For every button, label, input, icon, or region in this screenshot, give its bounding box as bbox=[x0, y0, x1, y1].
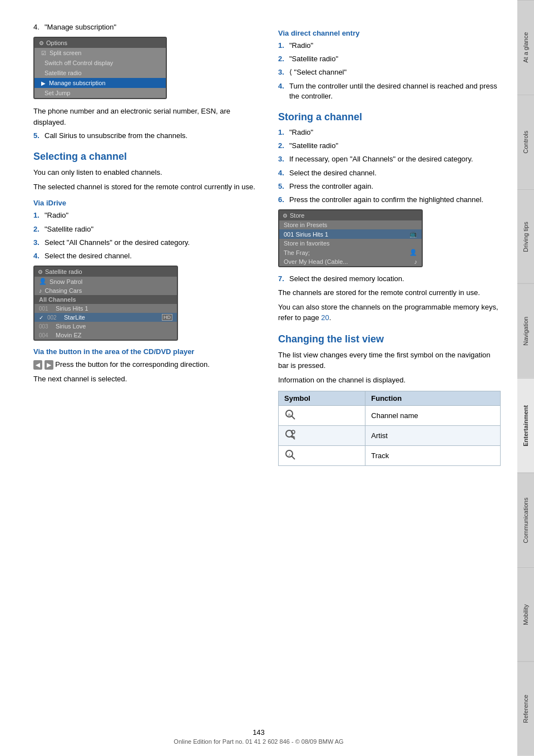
manage-arrow-icon: ▶ bbox=[41, 80, 46, 86]
idrive-step-2-text: "Satellite radio" bbox=[44, 224, 93, 234]
symbol-track: ♪ bbox=[279, 446, 365, 466]
function-artist: Artist bbox=[365, 426, 501, 446]
store-sirius-hits: 001 Sirius Hits 1 📺 bbox=[279, 229, 422, 239]
all-channels-separator: All Channels bbox=[34, 295, 177, 304]
options-titlebar: ⚙ Options bbox=[34, 38, 166, 48]
sat-item-002: ✓ 002 StarLite HD bbox=[34, 313, 177, 322]
sat-titlebar: ⚙ Satellite radio bbox=[34, 267, 177, 277]
sat-title: Satellite radio bbox=[45, 268, 82, 275]
storing-step-6-text: Press the controller again to confirm th… bbox=[289, 195, 483, 205]
tab-reference[interactable]: Reference bbox=[517, 661, 534, 756]
idrive-step-4-num: 4. bbox=[33, 251, 44, 261]
store-person-icon: 👤 bbox=[409, 249, 417, 256]
sat-chasing-cars: ♪ Chasing Cars bbox=[34, 286, 177, 295]
sat-003-num: 003 bbox=[39, 323, 53, 330]
direct-step-2-text: "Satellite radio" bbox=[289, 54, 338, 64]
via-direct-heading: Via direct channel entry bbox=[278, 29, 501, 37]
symbol-artist bbox=[279, 426, 365, 446]
changing-list-heading: Changing the list view bbox=[278, 333, 501, 345]
sat-002-num: 002 bbox=[47, 315, 61, 321]
storing-step-1-num: 1. bbox=[278, 127, 289, 138]
tab-driving-tips[interactable]: Driving tips bbox=[517, 189, 534, 284]
storing-step-3-text: If necessary, open "All Channels" or the… bbox=[289, 154, 473, 164]
sat-001-label: Sirius Hits 1 bbox=[56, 305, 88, 312]
table-row: Artist bbox=[279, 426, 501, 446]
svg-text:♪: ♪ bbox=[288, 452, 290, 457]
table-row: ♪ Track bbox=[279, 446, 501, 466]
table-header-row: Symbol Function bbox=[279, 391, 501, 406]
storing-step-4-text: Select the desired channel. bbox=[289, 168, 377, 178]
direct-step-3: 3. ⟨ "Select channel" bbox=[278, 67, 501, 77]
store-over-my-head-label: Over My Head (Cable... bbox=[284, 258, 348, 265]
direct-step-4-text: Turn the controller until the desired ch… bbox=[289, 81, 501, 101]
sat-snow-patrol: 👤 Snow Patrol bbox=[34, 277, 177, 286]
music-note-icon: ♪ bbox=[39, 287, 42, 294]
tab-at-a-glance[interactable]: At a glance bbox=[517, 0, 534, 95]
prev-button-icon: ◀ bbox=[33, 360, 42, 370]
left-column: 4. "Manage subscription" ⚙ Options ☑ Spl… bbox=[33, 22, 261, 739]
options-item-manage-label: Manage subscription bbox=[49, 80, 106, 86]
footer-text: Online Edition for Part no. 01 41 2 602 … bbox=[0, 738, 517, 745]
sat-004-num: 004 bbox=[39, 332, 53, 338]
storing-step-2-num: 2. bbox=[278, 141, 289, 151]
store-presets-label: Store in Presets bbox=[284, 222, 327, 228]
storing-step-4-num: 4. bbox=[278, 168, 289, 178]
storing-step-3-num: 3. bbox=[278, 154, 289, 164]
direct-step-1-num: 1. bbox=[278, 41, 289, 51]
via-idrive-heading: Via iDrive bbox=[33, 199, 261, 207]
direct-step-1-text: "Radio" bbox=[289, 41, 313, 51]
options-item-satellite: Satellite radio bbox=[34, 68, 166, 78]
store-sirius-hits-label: 001 Sirius Hits 1 bbox=[284, 231, 328, 238]
idrive-step-2-num: 2. bbox=[33, 224, 44, 234]
storing-channel-heading: Storing a channel bbox=[278, 111, 501, 123]
store-the-fray-label: The Fray; bbox=[284, 249, 310, 256]
storing-step-5-text: Press the controller again. bbox=[289, 181, 373, 192]
next-button-icon: ▶ bbox=[44, 360, 53, 370]
idrive-step-3-num: 3. bbox=[33, 238, 44, 248]
storing-step-1: 1. "Radio" bbox=[278, 127, 501, 138]
changing-desc2: Information on the channel is displayed. bbox=[278, 375, 501, 386]
idrive-step-4: 4. Select the desired channel. bbox=[33, 251, 261, 261]
table-row: a Channel name bbox=[279, 406, 501, 426]
options-screen: ⚙ Options ☑ Split screen Switch off Cont… bbox=[33, 37, 167, 99]
storing-step-5: 5. Press the controller again. bbox=[278, 181, 501, 192]
storing-step-6: 6. Press the controller again to confirm… bbox=[278, 195, 501, 205]
store-the-fray: The Fray; 👤 bbox=[279, 248, 422, 257]
idrive-step-1-num: 1. bbox=[33, 210, 44, 220]
step-4-number: 4. bbox=[33, 22, 44, 32]
sat-002-label: StarLite bbox=[64, 314, 85, 321]
direct-step-2-num: 2. bbox=[278, 54, 289, 64]
right-column: Via direct channel entry 1. "Radio" 2. "… bbox=[278, 22, 501, 739]
direct-step-2: 2. "Satellite radio" bbox=[278, 54, 501, 64]
tab-communications[interactable]: Communications bbox=[517, 473, 534, 567]
sat-item-003: 003 Sirius Love bbox=[34, 322, 177, 331]
changing-desc1: The list view changes every time the fir… bbox=[278, 350, 501, 371]
sat-item-001: 001 Sirius Hits 1 bbox=[34, 304, 177, 313]
selecting-desc2: The selected channel is stored for the r… bbox=[33, 181, 261, 193]
direct-step-4: 4. Turn the controller until the desired… bbox=[278, 81, 501, 101]
tab-navigation[interactable]: Navigation bbox=[517, 283, 534, 378]
stored-desc2-text: You can also store the channels on the p… bbox=[278, 303, 498, 322]
sat-004-label: Movin EZ bbox=[56, 332, 81, 338]
options-item-switch-off: Switch off Control display bbox=[34, 58, 166, 68]
svg-line-1 bbox=[291, 416, 295, 419]
svg-line-7 bbox=[291, 456, 295, 459]
page-20-link[interactable]: 20 bbox=[321, 313, 329, 322]
stored-desc2-end: . bbox=[329, 313, 332, 322]
tab-controls[interactable]: Controls bbox=[517, 95, 534, 189]
symbol-channel-name: a bbox=[279, 406, 365, 426]
selecting-desc1: You can only listen to enabled channels. bbox=[33, 167, 261, 178]
storing-step-6-num: 6. bbox=[278, 195, 289, 205]
step-7-text: Select the desired memory location. bbox=[289, 274, 404, 284]
step-7-number: 7. bbox=[278, 274, 289, 284]
tab-entertainment[interactable]: Entertainment bbox=[517, 378, 534, 473]
tab-mobility[interactable]: Mobility bbox=[517, 567, 534, 662]
idrive-step-2: 2. "Satellite radio" bbox=[33, 224, 261, 234]
store-note-icon: ♪ bbox=[414, 258, 418, 265]
idrive-step-3: 3. Select "All Channels" or the desired … bbox=[33, 238, 261, 248]
sat-003-label: Sirius Love bbox=[56, 323, 86, 330]
via-button-desc2: The next channel is selected. bbox=[33, 374, 261, 385]
options-item-split-screen: ☑ Split screen bbox=[34, 48, 166, 58]
options-item-switch-off-label: Switch off Control display bbox=[44, 60, 113, 66]
function-channel-name: Channel name bbox=[365, 406, 501, 426]
